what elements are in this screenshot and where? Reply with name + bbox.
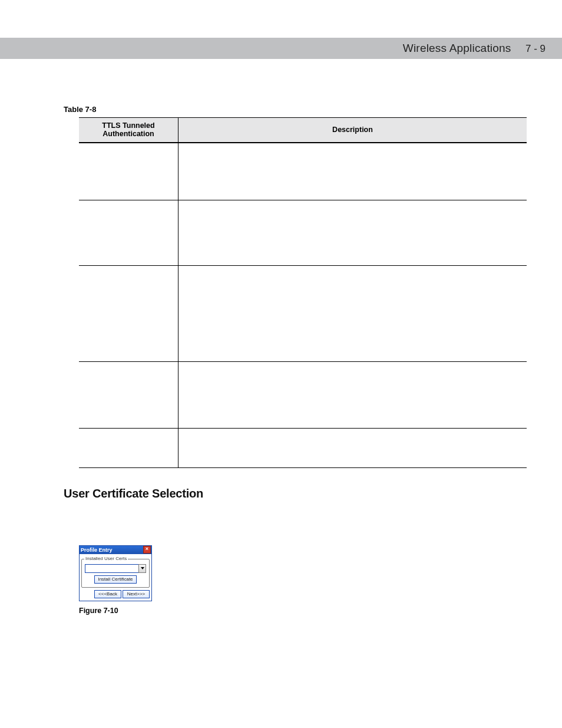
page-content: Table 7-8 TTLS Tunneled Authentication D… [0,59,562,638]
table-cell-auth [79,200,178,265]
table-header-desc: Description [178,118,527,143]
table-row [79,143,527,200]
table-row [79,361,527,428]
table-header-auth-line2: Authentication [103,130,154,138]
table-cell-desc [178,361,527,428]
table-header-auth: TTLS Tunneled Authentication [79,118,178,143]
group-legend: Installed User Certs [84,556,128,561]
dialog-titlebar: Profile Entry × [80,546,151,554]
page-header-title: Wireless Applications 7 - 9 [403,42,546,55]
chevron-down-icon[interactable] [138,564,146,573]
back-button[interactable]: <<<Back [94,590,121,598]
table-caption: Table 7-8 [64,105,529,114]
dialog-figure: Profile Entry × Installed User Certs Ins… [79,545,529,615]
table-header-auth-line1: TTLS Tunneled [102,121,154,130]
table-cell-auth [79,265,178,361]
user-cert-combo-text[interactable] [85,564,138,573]
table-cell-desc [178,265,527,361]
table-cell-auth [79,428,178,467]
dialog-body: Installed User Certs Install Certificate [80,554,151,590]
table-cell-auth [79,143,178,200]
page-number: 7 - 9 [525,43,546,54]
table-cell-auth [79,361,178,428]
page-header-band: Wireless Applications 7 - 9 [0,38,562,59]
profile-entry-dialog: Profile Entry × Installed User Certs Ins… [79,545,152,601]
table-cell-desc [178,200,527,265]
user-cert-combo[interactable] [85,564,146,573]
chapter-title: Wireless Applications [403,42,511,54]
next-button[interactable]: Next>>> [123,590,150,598]
table-cell-desc [178,143,527,200]
section-heading: User Certificate Selection [64,487,529,500]
table-row [79,265,527,361]
install-certificate-button[interactable]: Install Certificate [94,575,136,584]
table-cell-desc [178,428,527,467]
table-row [79,428,527,467]
figure-caption: Figure 7-10 [79,607,529,615]
dialog-footer: <<<Back Next>>> [80,590,151,601]
close-icon[interactable]: × [143,546,151,554]
table-row [79,200,527,265]
dialog-title: Profile Entry [81,547,113,553]
installed-user-certs-group: Installed User Certs Install Certificate [81,559,150,588]
ttls-table: TTLS Tunneled Authentication Description [79,117,527,468]
